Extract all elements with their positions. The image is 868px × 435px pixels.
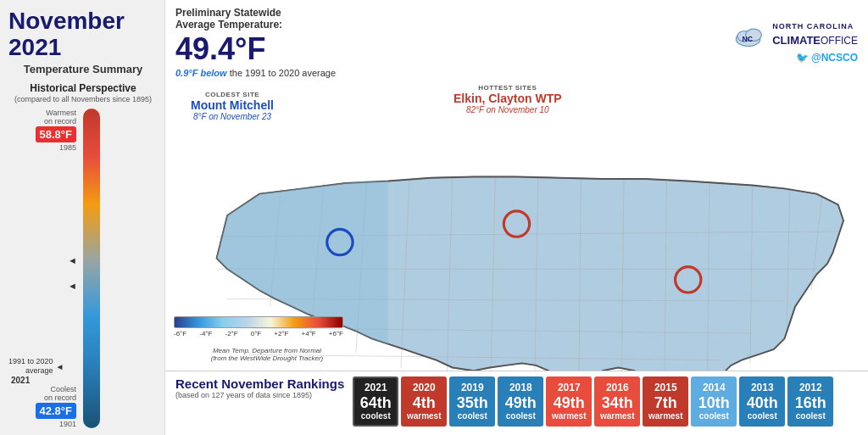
avg-temp-value: 49.4°F — [175, 31, 265, 67]
avg-temp-section: Preliminary Statewide Average Temperatur… — [175, 7, 336, 79]
right-panel: Preliminary Statewide Average Temperatur… — [165, 0, 868, 435]
rank-cell-2020: 2020 4th warmest — [401, 376, 447, 427]
nc-line1: NORTH CAROLINA — [772, 22, 858, 32]
rank-year: 2012 — [799, 382, 822, 395]
warmest-temp: 58.8°F — [36, 126, 76, 142]
rank-type: coolest — [361, 410, 391, 421]
rankings-title: Recent November Rankings (based on 127 y… — [175, 376, 344, 399]
svg-text:NC: NC — [743, 35, 754, 43]
rank-type: coolest — [458, 410, 487, 421]
rank-num: 16th — [795, 395, 826, 410]
coldest-site-label: COLDEST SITE — [191, 91, 274, 98]
rank-type: warmest — [407, 410, 442, 421]
legend-note: Mean Temp. Departure from Normal (from t… — [174, 339, 360, 362]
nc-line2: CLIMATEOFFICE — [772, 31, 858, 48]
rank-num: 49th — [505, 395, 537, 410]
rank-cell-2016: 2016 34th warmest — [594, 376, 640, 427]
main-container: November 2021 Temperature Summary Histor… — [0, 0, 868, 435]
rank-num: 34th — [602, 395, 633, 410]
rank-year: 2016 — [606, 382, 629, 395]
subtitle: Temperature Summary — [8, 63, 158, 75]
rank-num: 49th — [554, 395, 585, 410]
legend-label-4: +2°F — [274, 330, 288, 337]
rank-cell-2021: 2021 64th coolest — [353, 376, 398, 427]
legend-label-5: +4°F — [302, 330, 316, 337]
rank-year: 2019 — [461, 382, 484, 395]
rank-year: 2017 — [558, 382, 581, 395]
avg-marker: 1991 to 2020average ◄ — [8, 357, 76, 376]
coolest-year: 1901 — [59, 420, 76, 428]
rankings-table: 2021 64th coolest 2020 4th warmest 2019 … — [353, 376, 833, 427]
avg-temp-note-rest: the 1991 to 2020 average — [230, 68, 336, 78]
rank-type: warmest — [552, 410, 587, 421]
rank-cell-2017: 2017 49th warmest — [546, 376, 592, 427]
rank-type: warmest — [648, 410, 683, 421]
nc-logo-section: NC NORTH CAROLINA CLIMATEOFFICE 🐦 @NCSCO — [733, 22, 858, 64]
legend-label-2: -2°F — [225, 330, 237, 337]
rank-type: warmest — [600, 410, 635, 421]
coolest-label: Cooleston record 42.8°F 1901 — [8, 385, 76, 428]
legend-label-3: 0°F — [251, 330, 262, 337]
legend-label-1: -4°F — [199, 330, 212, 337]
nc-office-text: NORTH CAROLINA CLIMATEOFFICE — [772, 22, 858, 49]
rank-num: 10th — [698, 395, 730, 410]
twitter-handle: 🐦 @NCSCO — [796, 52, 858, 64]
rank-cell-2018: 2018 49th coolest — [498, 376, 543, 427]
coolest-temp: 42.8°F — [36, 403, 76, 419]
rank-cell-2015: 2015 7th warmest — [643, 376, 688, 427]
legend-bar — [174, 316, 343, 328]
rank-year: 2013 — [751, 382, 774, 395]
avg-label-text: 1991 to 2020average — [8, 357, 53, 376]
hottest-site-name: Elkin, Clayton WTP — [453, 92, 562, 105]
historical-sub: (compared to all Novembers since 1895) — [8, 95, 158, 103]
coolest-on-record-text: Cooleston record — [44, 385, 76, 402]
rank-year: 2021 — [364, 382, 387, 395]
current-year-label: 2021 — [11, 376, 30, 385]
hottest-site-label: HOTTEST SITES — [453, 84, 562, 92]
legend-label-6: +6°F — [329, 330, 343, 337]
top-header: Preliminary Statewide Average Temperatur… — [165, 0, 868, 82]
rank-type: coolest — [699, 410, 729, 421]
avg-temp-note: 0.9°F below the 1991 to 2020 average — [175, 67, 336, 79]
warmest-on-record-text: Warmeston record — [44, 109, 76, 125]
rankings-title-area: Recent November Rankings (based on 127 y… — [175, 376, 858, 427]
rank-year: 2018 — [509, 382, 532, 395]
hottest-label-box: HOTTEST SITES Elkin, Clayton WTP 82°F on… — [453, 84, 562, 114]
rank-num: 64th — [360, 395, 392, 410]
hottest-site-detail: 82°F on November 10 — [453, 105, 562, 114]
rank-num: 40th — [747, 395, 778, 410]
rank-type: coolest — [506, 410, 536, 421]
thermometer-bar: ◄ ◄ — [81, 109, 102, 428]
nc-logo-row: NC NORTH CAROLINA CLIMATEOFFICE — [733, 22, 858, 49]
below-val: 0.9°F below — [175, 68, 227, 78]
thermo-gradient: ◄ ◄ — [83, 109, 100, 428]
rankings-section: Recent November Rankings (based on 127 y… — [165, 371, 868, 435]
warmest-label: Warmeston record 58.8°F 1985 — [8, 109, 76, 152]
legend-labels: -6°F -4°F -2°F 0°F +2°F +4°F +6°F — [174, 330, 343, 337]
rank-cell-2013: 2013 40th coolest — [739, 376, 785, 427]
avg-temp-row: 49.4°F — [175, 31, 336, 67]
legend-label-0: -6°F — [174, 330, 186, 337]
map-area: COLDEST SITE Mount Mitchell 8°F on Novem… — [165, 82, 868, 371]
rank-cell-2014: 2014 10th coolest — [691, 376, 737, 427]
warmest-year: 1985 — [59, 143, 76, 152]
rank-num: 7th — [654, 395, 677, 410]
legend-gradient — [174, 316, 360, 328]
left-panel: November 2021 Temperature Summary Histor… — [0, 0, 165, 435]
year-2021-arrow: ◄ — [68, 281, 77, 291]
coldest-site-name: Mount Mitchell — [191, 98, 274, 112]
legend-area: -6°F -4°F -2°F 0°F +2°F +4°F +6°F Mean T… — [174, 316, 360, 362]
rank-year: 2014 — [703, 382, 726, 395]
rank-cell-2019: 2019 35th coolest — [449, 376, 495, 427]
coldest-site-detail: 8°F on November 23 — [191, 112, 274, 121]
nc-logo-icon: NC — [733, 23, 767, 48]
coldest-label-box: COLDEST SITE Mount Mitchell 8°F on Novem… — [191, 91, 274, 121]
year-2021-marker: 2021 — [8, 376, 76, 385]
thermo-labels: Warmeston record 58.8°F 1985 1991 to 202… — [8, 109, 76, 428]
rank-year: 2020 — [413, 382, 436, 395]
rank-type: coolest — [748, 410, 777, 421]
rank-num: 35th — [457, 395, 488, 410]
avg-arrow: ◄ — [68, 255, 77, 265]
main-title: November 2021 — [8, 8, 158, 61]
rank-cell-2012: 2012 16th coolest — [787, 376, 833, 427]
